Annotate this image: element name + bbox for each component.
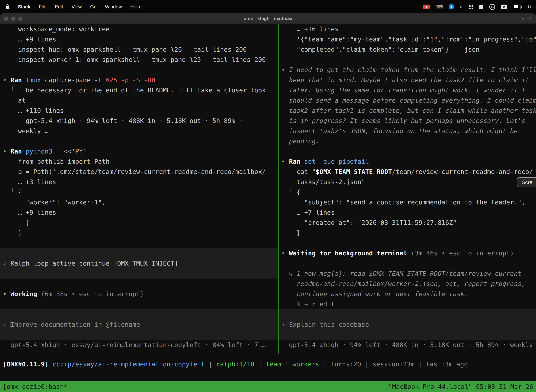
close-button[interactable]: × bbox=[4, 16, 9, 21]
text-segment bbox=[281, 127, 289, 135]
composer-input[interactable]: › Explain this codebase bbox=[278, 309, 536, 340]
terminal-row: ] bbox=[0, 217, 278, 228]
terminal-row: • Ran python3 - <<'PY' bbox=[0, 146, 278, 156]
terminal-row bbox=[278, 54, 536, 65]
terminal-empty-space bbox=[0, 369, 536, 381]
text-segment: "subject": "send a concise recommendatio… bbox=[281, 198, 525, 206]
window-title-bar[interactable]: × − + omx --xhigh --madmax ⌥⌘1 bbox=[0, 13, 536, 24]
text-segment: … +3 lines bbox=[3, 178, 56, 186]
keyboard-icon[interactable]: ⌨ bbox=[436, 4, 443, 9]
text-segment: … +110 lines bbox=[3, 107, 64, 114]
text-segment: at bbox=[3, 97, 26, 104]
wifi-icon[interactable]: ≋ bbox=[527, 4, 531, 9]
status-segment: | bbox=[319, 360, 330, 368]
text-segment: { bbox=[18, 188, 22, 196]
menu-item-go[interactable]: Go bbox=[90, 4, 96, 9]
blue-app-icon[interactable]: ◆ bbox=[449, 4, 454, 9]
text-segment bbox=[281, 280, 297, 287]
menu-item-edit[interactable]: Edit bbox=[55, 4, 63, 9]
text-segment: • bbox=[281, 158, 289, 165]
text-segment: (3m 46s • esc to interrupt) bbox=[407, 249, 514, 257]
zoom-button[interactable]: + bbox=[18, 16, 23, 21]
text-segment: inspect_hud: omx sparkshell --tmux-pane … bbox=[3, 46, 247, 53]
text-segment: mprove documentation in @filename bbox=[14, 321, 140, 328]
status-segment bbox=[48, 360, 53, 368]
text-segment: continue assigned work or next feasible … bbox=[297, 290, 468, 298]
status-segment: team:1 workers bbox=[266, 360, 319, 368]
terminal-row: from pathlib import Path bbox=[0, 156, 278, 167]
text-segment: (6m 38s • esc to interrupt) bbox=[37, 290, 144, 298]
input-source-icon[interactable]: A bbox=[501, 5, 507, 9]
text-segment: I need to get the claim token from the c… bbox=[289, 66, 536, 73]
text-segment: Waiting for background terminal bbox=[289, 249, 407, 257]
terminal-row: … +3 lines bbox=[0, 177, 278, 187]
active-app-name[interactable]: Slack bbox=[18, 4, 30, 9]
text-segment: Ran bbox=[10, 148, 22, 155]
text-segment: … +16 lines bbox=[281, 25, 339, 33]
screen-recording-indicator-icon[interactable] bbox=[423, 5, 430, 9]
text-segment: • bbox=[281, 66, 289, 73]
terminal-row: └ { bbox=[278, 187, 536, 197]
battery-icon[interactable] bbox=[513, 5, 521, 9]
terminal-row: inspect_worker-1: omx sparkshell --tmux-… bbox=[0, 54, 278, 65]
text-segment: › bbox=[3, 260, 10, 267]
status-segment: cczip/essay/ai-reimplementation-copyleft bbox=[53, 360, 205, 368]
terminal-row: "completed","claim_token":"claim-token"}… bbox=[278, 44, 536, 54]
text-segment: - << bbox=[53, 148, 72, 155]
terminal-row: • Working (6m 38s • esc to interrupt) bbox=[0, 289, 278, 299]
text-segment bbox=[300, 158, 304, 165]
minimize-button[interactable]: − bbox=[11, 16, 15, 21]
menu-item-file[interactable]: File bbox=[39, 4, 47, 9]
text-segment: Working bbox=[10, 290, 37, 298]
terminal-row: should send a message before completing … bbox=[278, 95, 536, 105]
menu-item-help[interactable]: Help bbox=[130, 4, 140, 9]
terminal-row: gpt-5.4 xhigh · 94% left · 488K in · 5.1… bbox=[278, 340, 536, 350]
text-segment bbox=[281, 107, 289, 114]
ghost-app-icon[interactable] bbox=[479, 5, 483, 9]
text-segment: be necessary for the end of the README. … bbox=[26, 86, 266, 94]
text-segment: '{"team_name":"my-team","task_id":"1","f… bbox=[281, 36, 536, 43]
menu-item-window[interactable]: Window bbox=[105, 4, 122, 9]
status-segment: | bbox=[415, 360, 426, 368]
text-segment bbox=[281, 290, 297, 298]
text-segment: … +7 lines bbox=[281, 209, 335, 216]
text-segment: … +9 lines bbox=[3, 209, 56, 216]
menu-item-view[interactable]: View bbox=[72, 4, 82, 9]
terminal-row: is in progress? It seems likely but perh… bbox=[278, 116, 536, 126]
text-segment: ⌥ + ↑ edit bbox=[281, 300, 335, 308]
left-terminal-pane[interactable]: workspace_mode: worktree … +9 lines insp… bbox=[0, 24, 278, 354]
terminal-row: … +110 lines bbox=[0, 105, 278, 116]
tmux-status-bar: [omx-cczip0:bash* "MacBook-Pro-44.local"… bbox=[0, 381, 536, 392]
battery-gauge-icon[interactable]: 61 bbox=[489, 4, 495, 10]
terminal-row bbox=[278, 258, 536, 268]
menu-bar: Slack File Edit View Go Window Help ⌨ ◆ … bbox=[0, 0, 536, 13]
text-segment: cat " bbox=[281, 168, 316, 175]
terminal-row: ⌥ + ↑ edit bbox=[278, 299, 536, 309]
text-segment: python3 bbox=[26, 148, 53, 155]
text-segment: { bbox=[297, 188, 301, 196]
text-segment: keep that in mind. Maybe I also need the… bbox=[289, 76, 529, 84]
app-grid-icon[interactable] bbox=[469, 5, 473, 9]
window-shortcut-badge: ⌥⌘1 bbox=[520, 13, 532, 23]
terminal-row: "created_at": "2026-03-31T11:59:27.816Z" bbox=[278, 217, 536, 228]
text-segment: p = Path('.omx/state/team/review-current… bbox=[3, 168, 266, 175]
status-segment: session:23m bbox=[373, 360, 414, 368]
text-segment: $OMX_TEAM_STATE_ROOT bbox=[316, 168, 392, 175]
text-segment: is in progress? It seems likely but perh… bbox=[289, 117, 525, 124]
terminal-row: └ be necessary for the end of the README… bbox=[0, 85, 278, 95]
terminal-row: › Explain this codebase bbox=[278, 319, 536, 330]
terminal-row: … +9 lines bbox=[0, 34, 278, 44]
apple-menu-icon[interactable] bbox=[5, 4, 10, 9]
right-terminal-pane[interactable]: … +16 lines '{"team_name":"my-team","tas… bbox=[278, 24, 536, 354]
terminal-row: gpt-5.4 xhigh · 94% left · 488K in · 5.1… bbox=[0, 116, 278, 126]
terminal-row: … +9 lines bbox=[0, 207, 278, 217]
terminal-row bbox=[0, 65, 278, 75]
text-segment: } bbox=[281, 229, 300, 236]
contrast-circle-icon[interactable]: ◐ bbox=[460, 4, 463, 9]
terminal-row bbox=[0, 279, 278, 289]
terminal-row: continue assigned work or next feasible … bbox=[278, 289, 536, 299]
terminal-row: later. Using the same for transition mig… bbox=[278, 85, 536, 95]
composer-input[interactable]: › Improve documentation in @filename bbox=[0, 309, 278, 340]
terminal-row: inspect_hud: omx sparkshell --tmux-pane … bbox=[0, 44, 278, 54]
text-segment: gpt-5.4 xhigh · essay/ai-reimplementatio… bbox=[3, 341, 266, 348]
